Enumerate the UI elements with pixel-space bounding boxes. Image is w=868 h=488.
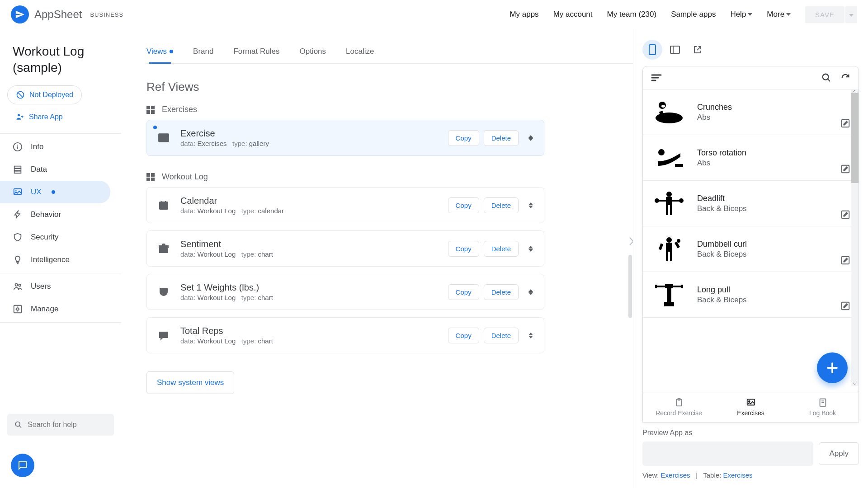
svg-rect-29: [670, 46, 679, 53]
edit-icon[interactable]: [840, 210, 850, 221]
delete-button[interactable]: Delete: [484, 130, 519, 146]
help-link[interactable]: Help: [730, 10, 752, 19]
sample-apps-link[interactable]: Sample apps: [671, 10, 716, 19]
view-card[interactable]: Sentiment data: Workout Log type: chart …: [146, 230, 544, 267]
view-card[interactable]: Set 1 Weights (lbs.) data: Workout Log t…: [146, 274, 544, 310]
not-deployed-chip[interactable]: Not Deployed: [7, 85, 82, 104]
device-tab-exercises[interactable]: Exercises: [715, 393, 787, 422]
nav-manage[interactable]: Manage: [0, 298, 110, 320]
view-card[interactable]: Total Reps data: Workout Log type: chart…: [146, 317, 544, 353]
svg-point-48: [666, 237, 672, 243]
view-card[interactable]: Exercise data: Exercises type: gallery C…: [146, 120, 544, 156]
ux-icon: [13, 187, 23, 197]
view-card[interactable]: Calendar data: Workout Log type: calenda…: [146, 187, 544, 223]
edit-icon[interactable]: [840, 255, 850, 267]
device-tab-logbook[interactable]: Log Book: [787, 393, 859, 422]
sort-handle[interactable]: [528, 333, 533, 338]
behavior-icon: [13, 210, 23, 220]
copy-button[interactable]: Copy: [448, 328, 479, 343]
tab-format-rules[interactable]: Format Rules: [233, 47, 279, 63]
preview-scrollbar-track[interactable]: [851, 89, 859, 386]
nav-security[interactable]: Security: [0, 226, 110, 249]
open-external-button[interactable]: [688, 40, 708, 60]
nav-behavior[interactable]: Behavior: [0, 203, 110, 226]
sort-handle[interactable]: [528, 135, 533, 141]
show-system-views-button[interactable]: Show system views: [146, 371, 234, 394]
clipboard-icon: [674, 398, 684, 408]
list-subtitle: Back & Biceps: [697, 250, 849, 259]
list-item[interactable]: Deadlift Back & Biceps: [643, 181, 859, 226]
my-account-link[interactable]: My account: [553, 10, 593, 19]
preview-as-input[interactable]: [642, 441, 813, 466]
table-link[interactable]: Exercises: [723, 471, 752, 479]
tab-views[interactable]: Views: [146, 47, 173, 63]
nav-users[interactable]: Users: [0, 275, 110, 298]
copy-button[interactable]: Copy: [448, 241, 479, 257]
add-button[interactable]: [817, 352, 848, 383]
tab-options[interactable]: Options: [299, 47, 326, 63]
tab-brand[interactable]: Brand: [193, 47, 213, 63]
svg-rect-4: [17, 146, 18, 149]
delete-button[interactable]: Delete: [484, 284, 519, 300]
more-link[interactable]: More: [767, 10, 791, 19]
copy-button[interactable]: Copy: [448, 130, 479, 146]
svg-point-40: [666, 192, 672, 197]
status-dot-icon: [170, 50, 173, 53]
device-tab-record[interactable]: Record Exercise: [643, 393, 715, 422]
tab-localize[interactable]: Localize: [346, 47, 374, 63]
copy-button[interactable]: Copy: [448, 197, 479, 213]
delete-button[interactable]: Delete: [484, 328, 519, 343]
phone-preview-button[interactable]: [642, 40, 662, 60]
group-exercises: Exercises: [146, 105, 633, 114]
svg-point-37: [658, 149, 665, 155]
list-item[interactable]: Dumbbell curl Back & Biceps: [643, 226, 859, 272]
svg-point-27: [165, 334, 166, 335]
nav-info[interactable]: Info: [0, 136, 110, 158]
svg-point-31: [823, 74, 829, 80]
sort-handle[interactable]: [528, 289, 533, 295]
scrollbar[interactable]: [628, 255, 632, 318]
delete-button[interactable]: Delete: [484, 197, 519, 213]
save-button[interactable]: SAVE: [805, 6, 844, 23]
copy-button[interactable]: Copy: [448, 284, 479, 300]
share-app-chip[interactable]: Share App: [7, 110, 71, 124]
my-apps-link[interactable]: My apps: [509, 10, 538, 19]
search-icon[interactable]: [821, 73, 831, 83]
edit-icon[interactable]: [840, 301, 850, 313]
edit-icon[interactable]: [840, 164, 850, 176]
main-tabs: Views Brand Format Rules Options Localiz…: [146, 29, 633, 64]
grid-icon: [146, 173, 155, 181]
app-title: Workout Log(sample): [0, 43, 121, 76]
sort-icon[interactable]: [651, 74, 662, 82]
refresh-icon[interactable]: [840, 73, 850, 83]
svg-rect-45: [666, 205, 668, 215]
nav-intelligence[interactable]: Intelligence: [0, 249, 110, 271]
svg-rect-6: [14, 169, 21, 171]
search-help-input[interactable]: [28, 421, 107, 429]
save-dropdown-button[interactable]: [845, 6, 857, 23]
svg-point-34: [656, 113, 683, 123]
expand-arrow-icon[interactable]: [628, 237, 633, 248]
sort-handle[interactable]: [528, 246, 533, 252]
image-icon: [746, 398, 756, 408]
chat-button[interactable]: [11, 454, 34, 477]
edit-icon[interactable]: [840, 118, 850, 130]
preview-pane: Crunches Abs Torso rotation Abs Deadlift…: [633, 29, 868, 488]
list-item[interactable]: Crunches Abs: [643, 89, 859, 135]
svg-rect-28: [649, 45, 656, 55]
exercise-thumb-icon: [652, 143, 686, 172]
search-icon: [14, 420, 22, 429]
view-link[interactable]: Exercises: [661, 471, 690, 479]
preview-scrollbar-thumb[interactable]: [851, 93, 859, 183]
exercise-thumb-icon: [652, 280, 686, 309]
delete-button[interactable]: Delete: [484, 241, 519, 257]
my-team-link[interactable]: My team (230): [607, 10, 657, 19]
tablet-preview-button[interactable]: [665, 40, 685, 60]
list-item[interactable]: Long pull Back & Biceps: [643, 272, 859, 318]
sort-handle[interactable]: [528, 202, 533, 208]
nav-data[interactable]: Data: [0, 158, 110, 181]
nav-ux[interactable]: UX: [0, 181, 110, 203]
apply-button[interactable]: Apply: [819, 442, 859, 465]
search-help-box[interactable]: [7, 414, 114, 436]
list-item[interactable]: Torso rotation Abs: [643, 135, 859, 181]
